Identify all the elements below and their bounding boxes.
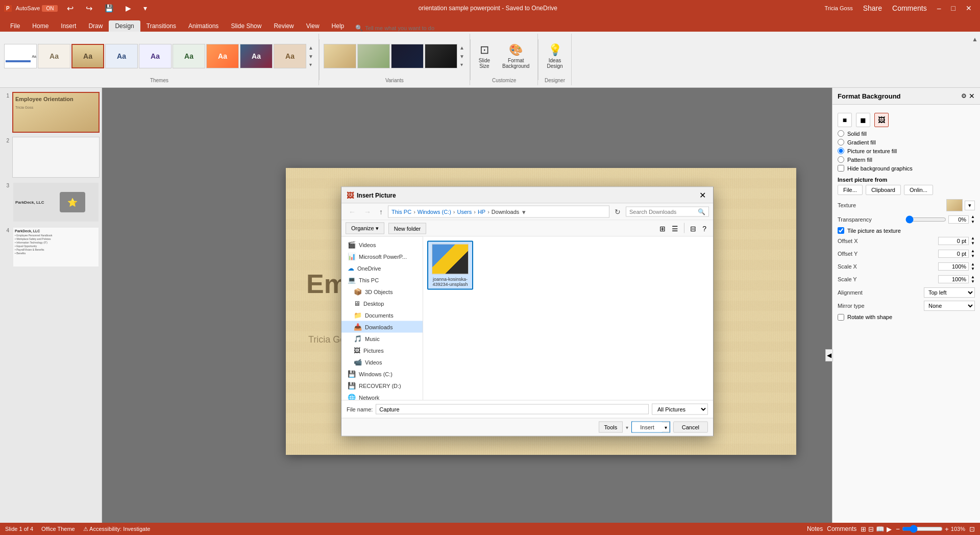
breadcrumb-this-pc[interactable]: This PC xyxy=(391,209,411,215)
theme-4[interactable]: Aa xyxy=(105,44,138,68)
tab-animations[interactable]: Animations xyxy=(182,20,225,32)
theme-8[interactable]: Aa xyxy=(240,44,273,68)
breadcrumb-users[interactable]: Users xyxy=(457,209,472,215)
slide-size-button[interactable]: ⊡ SlideSize xyxy=(475,41,494,71)
variant-2[interactable] xyxy=(357,44,390,68)
theme-6[interactable]: Aa xyxy=(173,44,205,68)
hide-bg-checkbox[interactable] xyxy=(838,165,844,172)
zoom-in-btn[interactable]: + xyxy=(945,525,949,533)
present-button[interactable]: ▶ xyxy=(121,0,135,16)
slide-img-2[interactable] xyxy=(12,137,100,178)
slide-sorter-btn[interactable]: ⊟ xyxy=(868,525,874,533)
tab-home[interactable]: Home xyxy=(26,20,55,32)
insert-button[interactable]: Insert xyxy=(632,422,663,432)
mirror-type-select[interactable]: None Horizontal Vertical Both xyxy=(924,301,975,311)
transparency-input[interactable] xyxy=(948,215,969,224)
collapse-ribbon-button[interactable]: ▲ xyxy=(972,36,978,43)
view-help[interactable]: ? xyxy=(700,223,709,234)
cancel-button[interactable]: Cancel xyxy=(673,422,708,433)
theme-5[interactable]: Aa xyxy=(139,44,172,68)
variant-black[interactable] xyxy=(425,44,457,68)
sidebar-nav-ms-office[interactable]: 📊 Microsoft PowerP... xyxy=(341,251,423,262)
sidebar-nav-videos-sub[interactable]: 📹 Videos xyxy=(341,356,423,368)
maximize-button[interactable]: □ xyxy=(947,0,960,16)
breadcrumb-hp[interactable]: HP xyxy=(478,209,485,215)
variants-scroll-down[interactable]: ▼ xyxy=(458,53,465,60)
scale-x-up[interactable]: ▲ xyxy=(971,262,975,267)
sidebar-nav-downloads[interactable]: 📥 Downloads xyxy=(341,321,423,333)
sidebar-nav-music[interactable]: 🎵 Music xyxy=(341,333,423,345)
themes-scroll-up[interactable]: ▲ xyxy=(307,44,314,52)
comments-button-status[interactable]: Comments xyxy=(827,525,856,532)
dialog-search-input[interactable] xyxy=(629,209,696,215)
view-small-icons[interactable]: ☰ xyxy=(669,223,681,234)
sidebar-nav-recovery[interactable]: 💾 RECOVERY (D:) xyxy=(341,380,423,392)
picture-fill-icon-btn[interactable]: 🖼 xyxy=(874,113,889,127)
sidebar-nav-network[interactable]: 🌐 Network xyxy=(341,392,423,400)
offset-x-up[interactable]: ▲ xyxy=(971,236,975,241)
tab-draw[interactable]: Draw xyxy=(82,20,109,32)
save-button[interactable]: 💾 xyxy=(101,0,117,16)
presentation-btn[interactable]: ▶ xyxy=(887,525,892,533)
scale-y-down[interactable]: ▼ xyxy=(971,279,975,284)
scale-y-input[interactable] xyxy=(938,275,969,283)
new-folder-button[interactable]: New folder xyxy=(388,223,427,234)
tab-view[interactable]: View xyxy=(300,20,326,32)
redo-button[interactable]: ↪ xyxy=(82,0,96,16)
dialog-up-button[interactable]: ↑ xyxy=(376,207,386,217)
sidebar-nav-videos-top[interactable]: 🎬 Videos xyxy=(341,239,423,251)
theme-9[interactable]: Aa xyxy=(274,44,306,68)
slide-img-3[interactable]: ParkDeck, LLC ⭐ xyxy=(12,182,100,223)
zoom-slider[interactable] xyxy=(902,525,943,533)
scale-x-down[interactable]: ▼ xyxy=(971,266,975,272)
tile-checkbox[interactable] xyxy=(838,227,844,234)
gradient-fill-radio[interactable] xyxy=(838,139,844,145)
pattern-fill-radio[interactable] xyxy=(838,156,844,163)
tab-insert[interactable]: Insert xyxy=(55,20,82,32)
themes-scroll-down[interactable]: ▼ xyxy=(307,53,314,60)
solid-fill-icon-btn[interactable]: ■ xyxy=(838,113,852,127)
dialog-refresh-button[interactable]: ↻ xyxy=(611,207,624,217)
rotate-checkbox[interactable] xyxy=(838,314,844,321)
alignment-select[interactable]: Top left Top center Top right Center xyxy=(924,287,975,298)
theme-office[interactable]: Aa xyxy=(4,44,37,68)
file-btn[interactable]: File... xyxy=(838,185,863,195)
format-background-button[interactable]: 🎨 FormatBackground xyxy=(498,41,533,71)
texture-dropdown-btn[interactable]: ▾ xyxy=(965,201,975,210)
normal-view-btn[interactable]: ⊞ xyxy=(861,525,866,533)
online-btn[interactable]: Onlin... xyxy=(904,185,933,195)
solid-fill-radio[interactable] xyxy=(838,130,844,137)
breadcrumb-downloads[interactable]: Downloads xyxy=(492,209,519,215)
offset-y-down[interactable]: ▼ xyxy=(971,254,975,259)
clipboard-btn[interactable]: Clipboard xyxy=(866,185,901,195)
file-item-1[interactable]: joanna-kosinska-439234-unsplash xyxy=(427,241,473,290)
tab-transitions[interactable]: Transitions xyxy=(140,20,182,32)
variant-dark[interactable] xyxy=(391,44,424,68)
insert-dropdown-btn[interactable]: ▾ xyxy=(663,422,670,432)
hide-bg-option[interactable]: Hide background graphics xyxy=(838,165,975,172)
panel-collapse-handle[interactable]: ◀ xyxy=(825,349,833,361)
fit-to-window-btn[interactable]: ⊡ xyxy=(969,525,975,533)
tab-design[interactable]: Design xyxy=(109,20,140,32)
sidebar-nav-pictures[interactable]: 🖼 Pictures xyxy=(341,345,423,356)
picture-fill-option[interactable]: Picture or texture fill xyxy=(838,148,975,154)
slide-thumb-2[interactable]: 2 xyxy=(2,137,100,178)
gradient-fill-icon-btn[interactable]: ◼ xyxy=(856,113,870,127)
transparency-up[interactable]: ▲ xyxy=(971,214,975,220)
panel-close-button[interactable]: ✕ xyxy=(969,92,975,100)
slide-img-1[interactable]: Employee Orientation Tricia Goss xyxy=(12,92,100,133)
minimize-button[interactable]: – xyxy=(933,0,945,16)
themes-more[interactable]: ▾ xyxy=(307,61,314,68)
more-button[interactable]: ▾ xyxy=(139,0,151,16)
close-button[interactable]: ✕ xyxy=(962,0,976,16)
breadcrumb-windows-c[interactable]: Windows (C:) xyxy=(418,209,451,215)
offset-y-input[interactable] xyxy=(938,250,969,258)
slide-img-4[interactable]: ParkDeck, LLC • Employee Personnel Handb… xyxy=(12,227,100,268)
theme-2[interactable]: Aa xyxy=(38,44,70,68)
slide-thumb-1[interactable]: 1 Employee Orientation Tricia Goss xyxy=(2,92,100,133)
offset-y-up[interactable]: ▲ xyxy=(971,249,975,254)
ribbon-search-input[interactable] xyxy=(365,25,467,31)
sidebar-nav-this-pc[interactable]: 💻 This PC xyxy=(341,274,423,286)
tab-help[interactable]: Help xyxy=(326,20,351,32)
file-type-select[interactable]: All Pictures All Files xyxy=(652,404,708,415)
